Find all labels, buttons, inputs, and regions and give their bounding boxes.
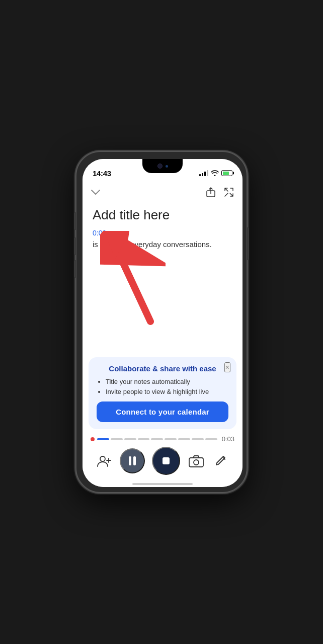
elapsed-time: 0:03: [222, 435, 234, 443]
promo-bullet-1: Title your notes automatically: [106, 378, 228, 385]
camera-button[interactable]: [187, 453, 205, 468]
camera-icon: [188, 454, 204, 467]
progress-pip-6: [165, 438, 177, 440]
svg-rect-7: [129, 456, 131, 465]
chevron-down-icon: [91, 189, 101, 195]
share-icon: [205, 187, 216, 198]
progress-pip-9: [205, 438, 217, 440]
progress-pip-4: [138, 438, 150, 440]
recording-dot: [91, 437, 95, 441]
svg-rect-10: [189, 458, 203, 467]
phone-frame: 14:43: [75, 151, 248, 493]
note-title[interactable]: Add title here: [93, 207, 232, 223]
progress-area: 0:03: [83, 433, 243, 445]
transcript-text: is an AI for everyday conversations.: [93, 239, 232, 251]
expand-button[interactable]: [223, 187, 234, 198]
wifi-icon: [211, 170, 219, 176]
progress-pip-8: [192, 438, 204, 440]
progress-pip-5: [151, 438, 163, 440]
svg-point-4: [100, 456, 105, 461]
edit-button[interactable]: [212, 453, 230, 468]
app-header: [83, 181, 243, 203]
chevron-down-button[interactable]: [91, 189, 101, 195]
control-bar: [83, 445, 243, 483]
svg-rect-9: [163, 457, 170, 464]
bottom-panel: × Collaborate & share with ease Title yo…: [83, 357, 243, 487]
svg-line-2: [115, 246, 150, 321]
connect-calendar-button[interactable]: Connect to your calendar: [97, 401, 228, 422]
add-person-icon: [96, 454, 112, 467]
add-person-button[interactable]: [95, 453, 113, 468]
status-icons: [199, 170, 232, 176]
notch: [142, 159, 183, 173]
notch-sensor: [166, 165, 168, 168]
progress-pip-7: [178, 438, 190, 440]
promo-bullet-2: Invite people to view & highlight live: [106, 388, 228, 395]
status-bar: 14:43: [83, 159, 243, 181]
progress-pip-1: [97, 438, 109, 440]
progress-pip-3: [124, 438, 136, 440]
share-button[interactable]: [205, 187, 216, 198]
progress-pip-2: [111, 438, 123, 440]
home-indicator: [132, 483, 193, 485]
svg-point-11: [194, 460, 199, 465]
pause-button[interactable]: [120, 448, 145, 473]
header-actions: [205, 187, 234, 198]
progress-track: [97, 438, 217, 440]
status-time: 14:43: [93, 169, 111, 178]
promo-list: Title your notes automatically Invite pe…: [97, 378, 228, 395]
edit-icon: [214, 454, 228, 468]
promo-card: × Collaborate & share with ease Title yo…: [89, 357, 236, 429]
pause-icon: [128, 456, 137, 466]
phone-screen: 14:43: [83, 159, 243, 487]
content-area: Add title here 0:00 is an AI for everyda…: [83, 203, 243, 364]
stop-button[interactable]: [152, 447, 180, 475]
transcript-timestamp: 0:00: [93, 229, 232, 237]
promo-title: Collaborate & share with ease: [97, 364, 228, 373]
notch-camera: [157, 164, 163, 169]
promo-close-button[interactable]: ×: [224, 362, 230, 372]
signal-icon: [199, 170, 208, 176]
stop-icon: [161, 456, 171, 466]
battery-icon: [221, 170, 232, 176]
expand-icon: [223, 187, 234, 198]
svg-rect-8: [133, 456, 136, 465]
